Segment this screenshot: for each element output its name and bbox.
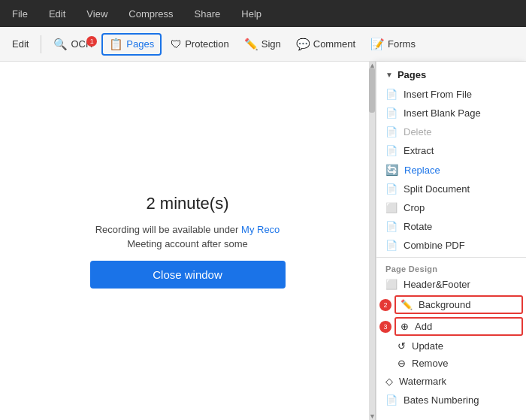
bates-icon: 📄: [385, 394, 398, 406]
menu-file[interactable]: File: [8, 5, 32, 23]
update-label: Update: [412, 340, 443, 352]
pages-label: Pages: [126, 38, 154, 50]
replace-icon: 🔄: [385, 164, 398, 176]
page-design-header: Page Design: [376, 260, 526, 275]
right-panel: ▼ Pages 📄 Insert From File 📄 Insert Blan…: [376, 62, 526, 420]
toolbar-pages[interactable]: 📋 Pages: [101, 33, 162, 56]
menu-delete[interactable]: 📄 Delete: [376, 122, 526, 141]
toolbar: Edit 🔍 OCR 1 📋 Pages 🛡 Protection ✏️ Sig…: [0, 27, 526, 62]
toolbar-forms[interactable]: 📝 Forms: [364, 35, 422, 54]
ocr-badge: 1: [86, 36, 97, 47]
menu-split-document[interactable]: 📄 Split Document: [376, 180, 526, 198]
crop-icon: ⬜: [385, 202, 398, 213]
background-icon: ✏️: [401, 299, 413, 310]
background-label: Background: [419, 299, 470, 310]
main-area: 2 minute(s) Recording will be available …: [0, 62, 526, 420]
menu-rotate[interactable]: 📄 Rotate: [376, 217, 526, 236]
pages-icon: 📋: [109, 38, 123, 51]
menu-bates-numbering[interactable]: 📄 Bates Numbering: [376, 391, 526, 409]
recording-info: Recording will be available under My Rec…: [95, 222, 280, 252]
toolbar-comment[interactable]: 💬 Comment: [290, 35, 361, 54]
rotate-icon: 📄: [385, 221, 398, 232]
menu-watermark[interactable]: ◇ Watermark: [376, 372, 526, 391]
menu-insert-blank-page[interactable]: 📄 Insert Blank Page: [376, 104, 526, 122]
protection-label: Protection: [185, 38, 229, 50]
separator: [41, 35, 41, 53]
delete-icon: 📄: [385, 126, 398, 137]
close-window-button[interactable]: Close window: [90, 261, 286, 289]
insert-blank-icon: 📄: [385, 107, 398, 119]
extract-icon: 📄: [385, 145, 398, 156]
menu-background[interactable]: ✏️ Background: [394, 295, 523, 314]
background-row-wrapper: 2 ✏️ Background: [376, 294, 526, 316]
split-icon: 📄: [385, 183, 398, 195]
add-icon: ⊕: [401, 321, 409, 332]
add-badge: 3: [379, 321, 391, 333]
menu-insert-from-file[interactable]: 📄 Insert From File: [376, 85, 526, 104]
toolbar-protection[interactable]: 🛡 Protection: [165, 35, 235, 53]
time-display: 2 minute(s): [146, 194, 228, 213]
menu-header-footer[interactable]: ⬜ Header&Footer: [376, 275, 526, 294]
divider-1: [376, 257, 526, 258]
my-recordings-link[interactable]: My Reco: [241, 224, 280, 235]
insert-blank-label: Insert Blank Page: [404, 107, 481, 119]
menu-extract[interactable]: 📄 Extract: [376, 141, 526, 160]
left-panel: 2 minute(s) Recording will be available …: [0, 62, 376, 420]
protection-icon: 🛡: [171, 38, 182, 50]
watermark-icon: ◇: [385, 376, 393, 387]
arrow-icon: ▼: [385, 71, 393, 79]
replace-label: Replace: [404, 165, 440, 176]
bates-label: Bates Numbering: [404, 394, 479, 406]
recording-text-1: Recording will be available under: [95, 224, 239, 235]
scroll-up-arrow[interactable]: ▲: [369, 62, 375, 69]
sign-icon: ✏️: [244, 38, 258, 51]
menu-replace[interactable]: 🔄 Replace: [376, 160, 526, 180]
comment-icon: 💬: [296, 38, 310, 51]
update-icon: ↺: [398, 340, 406, 352]
remove-label: Remove: [412, 358, 448, 369]
ocr-icon: 🔍: [53, 38, 68, 51]
menu-combine-pdf[interactable]: 📄 Combine PDF: [376, 236, 526, 255]
menu-crop[interactable]: ⬜ Crop: [376, 198, 526, 217]
insert-file-label: Insert From File: [404, 89, 472, 100]
left-panel-inner: 2 minute(s) Recording will be available …: [75, 179, 301, 304]
sign-label: Sign: [261, 38, 281, 50]
add-label: Add: [415, 321, 432, 332]
split-label: Split Document: [404, 183, 470, 195]
forms-icon: 📝: [370, 38, 385, 51]
menu-edit[interactable]: Edit: [44, 5, 70, 23]
toolbar-ocr[interactable]: 🔍 OCR 1: [47, 35, 98, 54]
insert-file-icon: 📄: [385, 89, 398, 100]
menu-help[interactable]: Help: [237, 5, 266, 23]
forms-label: Forms: [388, 38, 416, 50]
background-badge: 2: [379, 299, 391, 311]
combine-label: Combine PDF: [404, 240, 465, 251]
add-row-wrapper: 3 ⊕ Add: [376, 316, 526, 337]
pages-section-header: ▼ Pages: [376, 65, 526, 85]
edit-label: Edit: [12, 38, 29, 50]
header-footer-icon: ⬜: [385, 279, 398, 290]
toolbar-sign[interactable]: ✏️ Sign: [238, 35, 287, 54]
menu-share[interactable]: Share: [190, 5, 225, 23]
remove-icon: ⊖: [398, 358, 406, 369]
menu-view[interactable]: View: [82, 5, 112, 23]
menu-bar: File Edit View Compress Share Help: [0, 0, 526, 27]
watermark-label: Watermark: [399, 376, 446, 387]
crop-label: Crop: [404, 202, 425, 213]
rotate-label: Rotate: [404, 221, 432, 232]
delete-label: Delete: [404, 126, 432, 137]
scroll-track: ▲ ▼: [369, 62, 375, 420]
recording-text-2: Meeting account after some: [127, 238, 247, 249]
scroll-down-arrow[interactable]: ▼: [369, 412, 375, 420]
menu-compress[interactable]: Compress: [124, 5, 177, 23]
menu-update[interactable]: ↺ Update: [376, 337, 526, 355]
menu-remove[interactable]: ⊖ Remove: [376, 355, 526, 372]
combine-icon: 📄: [385, 240, 398, 251]
extract-label: Extract: [404, 145, 434, 156]
header-footer-label: Header&Footer: [404, 279, 470, 290]
section-header-label: Pages: [398, 69, 426, 80]
comment-label: Comment: [313, 38, 355, 50]
toolbar-edit[interactable]: Edit: [6, 35, 35, 53]
scroll-thumb[interactable]: [369, 68, 375, 113]
menu-add[interactable]: ⊕ Add: [394, 317, 523, 336]
